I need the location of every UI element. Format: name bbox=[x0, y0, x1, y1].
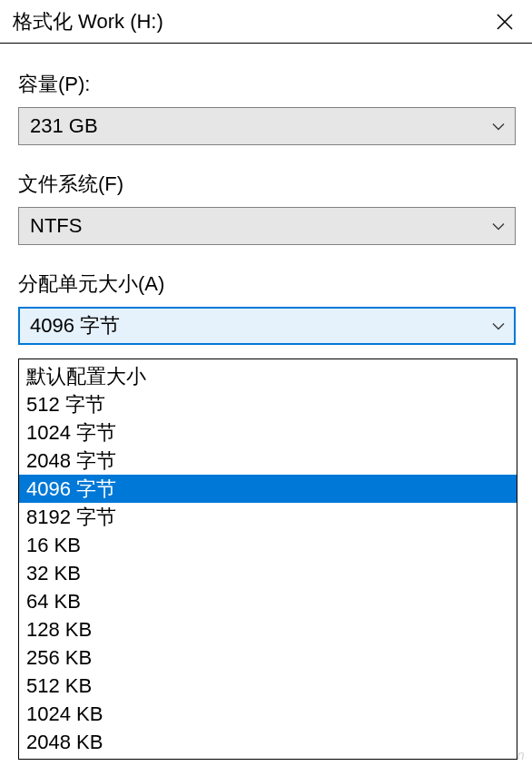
capacity-label: 容量(P): bbox=[18, 71, 516, 98]
allocation-label: 分配单元大小(A) bbox=[18, 270, 516, 298]
allocation-option[interactable]: 默认配置大小 bbox=[19, 362, 517, 390]
allocation-option[interactable]: 256 KB bbox=[19, 643, 517, 672]
allocation-field: 分配单元大小(A) 4096 字节 bbox=[18, 270, 516, 345]
filesystem-combobox[interactable]: NTFS bbox=[18, 207, 516, 245]
allocation-option[interactable]: 512 KB bbox=[19, 672, 517, 700]
chevron-down-icon bbox=[491, 121, 506, 132]
allocation-option[interactable]: 1024 字节 bbox=[19, 418, 517, 447]
allocation-option[interactable]: 8192 字节 bbox=[19, 503, 517, 531]
allocation-option[interactable]: 4096 字节 bbox=[19, 475, 517, 503]
close-icon bbox=[497, 14, 513, 30]
capacity-field: 容量(P): 231 GB bbox=[18, 71, 516, 145]
allocation-option[interactable]: 2048 字节 bbox=[19, 447, 517, 475]
allocation-value: 4096 字节 bbox=[30, 312, 120, 339]
chevron-down-icon bbox=[491, 320, 506, 331]
chevron-down-icon bbox=[491, 221, 506, 231]
allocation-option[interactable]: 32 KB bbox=[19, 559, 517, 587]
window-title: 格式化 Work (H:) bbox=[13, 8, 163, 35]
allocation-option[interactable]: 128 KB bbox=[19, 615, 517, 643]
titlebar: 格式化 Work (H:) bbox=[0, 0, 532, 44]
allocation-combobox[interactable]: 4096 字节 bbox=[18, 307, 516, 345]
filesystem-value: NTFS bbox=[30, 214, 82, 238]
allocation-option[interactable]: 16 KB bbox=[19, 531, 517, 559]
dialog-content: 容量(P): 231 GB 文件系统(F) NTFS 分配单元大小(A) 409… bbox=[0, 44, 532, 345]
allocation-option[interactable]: 64 KB bbox=[19, 587, 517, 615]
allocation-option[interactable]: 2048 KB bbox=[19, 728, 517, 756]
filesystem-label: 文件系统(F) bbox=[18, 171, 516, 198]
allocation-option[interactable]: 1024 KB bbox=[19, 700, 517, 728]
capacity-combobox[interactable]: 231 GB bbox=[18, 107, 516, 145]
allocation-option[interactable]: 512 字节 bbox=[19, 390, 517, 418]
capacity-value: 231 GB bbox=[30, 114, 98, 138]
filesystem-field: 文件系统(F) NTFS bbox=[18, 171, 516, 245]
close-button[interactable] bbox=[487, 4, 523, 40]
allocation-dropdown[interactable]: 默认配置大小512 字节1024 字节2048 字节4096 字节8192 字节… bbox=[18, 358, 517, 760]
